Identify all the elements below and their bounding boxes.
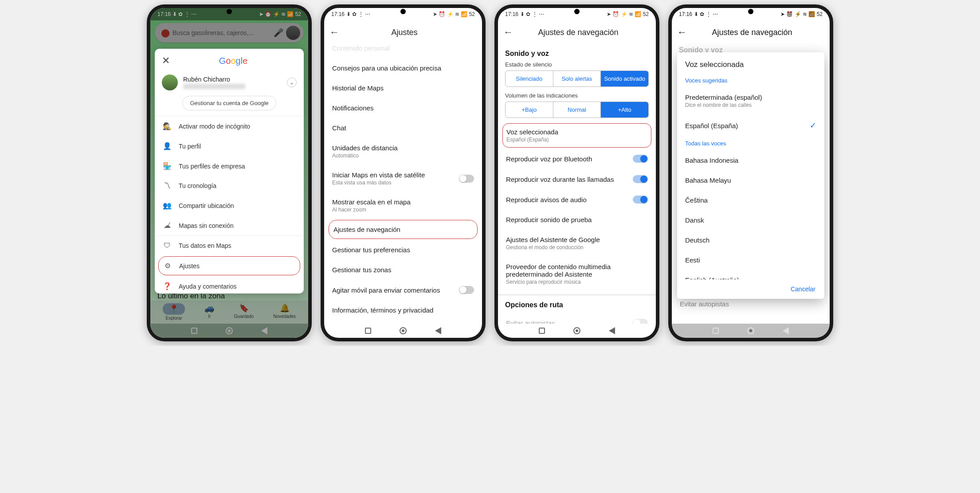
menu-share-location[interactable]: 👥Compartir ubicación: [155, 196, 304, 215]
incognito-icon: 🕵: [163, 122, 172, 130]
voice-option-ms[interactable]: Bahasa Melayu: [677, 170, 824, 190]
recents-button[interactable]: [713, 328, 719, 334]
app-bar: ← Ajustes de navegación: [498, 20, 656, 44]
row-media-provider[interactable]: Proveedor de contenido multimedia predet…: [498, 257, 656, 291]
phone-4: 17:16⬇ ✿ ⋮ ⋯ ➤ ⏰ ⚡ ≋ 📶 52 ← Ajustes de n…: [668, 4, 833, 341]
row-shake-feedback[interactable]: Agitar móvil para enviar comentarios: [324, 280, 482, 300]
avatar: [162, 74, 178, 90]
app-bar: ← Ajustes de navegación: [672, 20, 830, 44]
row-navigation-settings[interactable]: Ajustes de navegación: [329, 220, 477, 239]
row-notifications[interactable]: Notificaciones: [324, 98, 482, 118]
row-manage-preferences[interactable]: Gestionar tus preferencias: [324, 240, 482, 260]
menu-offline-maps[interactable]: ☁̸Mapas sin conexión: [155, 215, 304, 235]
phone-3: 17:16⬇ ✿ ⋮ ⋯ ➤ ⏰ ⚡ ≋ 📶 52 ← Ajustes de n…: [494, 4, 659, 341]
menu-your-data[interactable]: 🛡Tus datos en Maps: [155, 236, 304, 255]
row-audio-alerts[interactable]: Reproducir avisos de audio: [498, 189, 656, 210]
row-chat[interactable]: Chat: [324, 118, 482, 138]
menu-profile[interactable]: 👤Tu perfil: [155, 136, 304, 156]
toggle-on[interactable]: [633, 155, 648, 163]
highlight-nav-settings: Ajustes de navegación: [329, 220, 478, 239]
camera-hole: [574, 9, 580, 14]
settings-list[interactable]: Contenido personal Consejos para una ubi…: [324, 44, 482, 324]
phone-2: 17:16⬇ ✿ ⋮ ⋯ ➤ ⏰ ⚡ ≋ 📶 52 ← Ajustes Cont…: [321, 4, 486, 341]
back-button[interactable]: [783, 327, 789, 334]
highlight-voice-selection: Voz seleccionada Español (España): [502, 123, 651, 148]
chevron-down-icon[interactable]: ⌄: [287, 78, 297, 87]
app-bar: ← Ajustes: [324, 20, 482, 44]
account-email-blurred: [183, 84, 245, 89]
seg-vol-low[interactable]: +Bajo: [506, 102, 553, 117]
voice-option-da[interactable]: Dansk: [677, 210, 824, 230]
seg-alerts-only[interactable]: Solo alertas: [553, 71, 601, 86]
manage-account-button[interactable]: Gestionar tu cuenta de Google: [182, 96, 276, 110]
section-suggested-voices: Voces sugeridas: [677, 74, 824, 87]
row-voice-selection[interactable]: Voz seleccionada Español (España): [503, 124, 651, 147]
share-location-icon: 👥: [163, 201, 172, 210]
phone-1: 17:16⬇ ✿ ⋮ ⋯ ➤ ⏰ ⚡ ≋ 📶 52 ⬤ Busca gasoli…: [147, 4, 312, 341]
row-assistant-settings[interactable]: Ajustes del Asistente de GoogleGestiona …: [498, 230, 656, 257]
voice-option-default[interactable]: Predeterminada (español)Dice el nombre d…: [677, 87, 824, 114]
account-sheet: ✕ Google Rubén Chicharro ⌄ Gestionar tu …: [155, 49, 304, 293]
home-button[interactable]: [573, 327, 580, 334]
close-icon[interactable]: ✕: [162, 55, 170, 67]
account-row[interactable]: Rubén Chicharro ⌄: [155, 73, 304, 96]
home-button[interactable]: [747, 327, 754, 334]
row-show-scale[interactable]: Mostrar escala en el mapaAl hacer zoom: [324, 192, 482, 219]
row-voice-during-calls[interactable]: Reproducir voz durante las llamadas: [498, 169, 656, 189]
seg-sound-on[interactable]: Sonido activado: [601, 71, 648, 86]
system-nav: [672, 324, 830, 338]
storefront-icon: 🏪: [163, 162, 172, 170]
row-location-tips[interactable]: Consejos para una ubicación precisa: [324, 58, 482, 78]
segmented-mute: Silenciado Solo alertas Sonido activado: [505, 70, 649, 87]
row-personal-content[interactable]: Contenido personal: [324, 44, 482, 58]
nav-settings-list[interactable]: Sonido y voz Estado de silencio Silencia…: [498, 44, 656, 324]
system-nav: [498, 324, 656, 338]
check-icon: ✓: [810, 121, 816, 130]
toggle-on[interactable]: [633, 175, 648, 183]
system-nav: [324, 324, 482, 338]
seg-vol-high[interactable]: +Alto: [601, 102, 648, 117]
voice-option-cs[interactable]: Čeština: [677, 190, 824, 210]
recents-button[interactable]: [365, 328, 371, 334]
section-all-voices: Todas las voces: [677, 137, 824, 150]
row-bluetooth-voice[interactable]: Reproducir voz por Bluetooth: [498, 149, 656, 169]
menu-business[interactable]: 🏪Tus perfiles de empresa: [155, 156, 304, 176]
row-distance-units[interactable]: Unidades de distanciaAutomático: [324, 138, 482, 165]
voice-option-en-au[interactable]: English (Australia): [677, 270, 824, 279]
seg-vol-normal[interactable]: Normal: [553, 102, 601, 117]
menu-incognito[interactable]: 🕵Activar modo de incógnito: [155, 116, 304, 136]
menu-timeline[interactable]: 〽Tu cronología: [155, 176, 304, 196]
row-avoid-highways[interactable]: Evitar autopistas: [498, 313, 656, 324]
voice-option-es-es[interactable]: Español (España) ✓: [677, 114, 824, 137]
label-mute-state: Estado de silencio: [498, 61, 656, 70]
row-manage-zones[interactable]: Gestionar tus zonas: [324, 260, 482, 280]
toggle-on[interactable]: [633, 196, 648, 203]
voice-option-id[interactable]: Bahasa Indonesia: [677, 150, 824, 170]
toggle-off[interactable]: [459, 175, 474, 183]
back-button[interactable]: [609, 327, 615, 334]
camera-hole: [227, 9, 232, 14]
back-arrow-icon[interactable]: ←: [503, 27, 513, 38]
home-button[interactable]: [400, 327, 407, 334]
menu-settings[interactable]: ⚙Ajustes: [158, 256, 300, 275]
page-title: Ajustes de navegación: [692, 28, 812, 37]
voice-option-et[interactable]: Eesti: [677, 250, 824, 270]
row-maps-history[interactable]: Historial de Maps: [324, 78, 482, 98]
toggle-off[interactable]: [459, 286, 474, 294]
cancel-button[interactable]: Cancelar: [677, 279, 824, 299]
segmented-volume: +Bajo Normal +Alto: [505, 102, 649, 118]
camera-hole: [400, 9, 406, 14]
back-button[interactable]: [435, 327, 441, 334]
back-arrow-icon: ←: [677, 27, 687, 38]
row-play-test-sound[interactable]: Reproducir sonido de prueba: [498, 210, 656, 230]
recents-button[interactable]: [539, 328, 545, 334]
back-arrow-icon[interactable]: ←: [329, 27, 339, 38]
row-sign-out[interactable]: Cerrar sesión en Google Maps: [324, 320, 482, 324]
menu-help[interactable]: ❓Ayuda y comentarios: [155, 276, 304, 293]
row-satellite-start[interactable]: Iniciar Maps en vista de satéliteEsta vi…: [324, 165, 482, 192]
toggle-off[interactable]: [633, 319, 648, 324]
voice-option-de[interactable]: Deutsch: [677, 230, 824, 250]
row-info-terms[interactable]: Información, términos y privacidad: [324, 300, 482, 320]
seg-muted[interactable]: Silenciado: [506, 71, 553, 86]
dialog-title: Voz seleccionada: [677, 52, 824, 74]
